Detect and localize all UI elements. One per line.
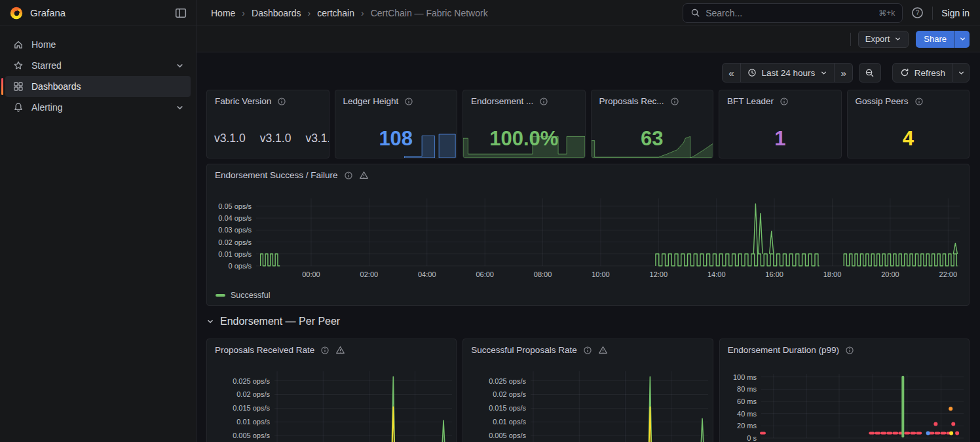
svg-text:04:00: 04:00 [418,270,436,278]
time-shift-forward-button[interactable]: » [834,63,852,83]
brand-label: Grafana [30,7,174,18]
breadcrumb: Home › Dashboards › certchain › CertChai… [211,8,488,18]
panel-title[interactable]: Fabric Version [207,90,329,112]
stat-value: v3.1.0 [214,132,246,145]
info-icon[interactable] [320,346,330,355]
sidebar-item-alerting[interactable]: Alerting [5,97,191,118]
info-icon[interactable] [404,97,413,106]
panel-title[interactable]: Ledger Height [335,90,457,112]
chevron-down-icon [958,69,965,77]
svg-text:0.015 ops/s: 0.015 ops/s [489,404,526,412]
chevron-right-icon: › [308,8,311,18]
refresh-interval-button[interactable] [952,63,970,83]
panel-title[interactable]: Endorsement ... [463,90,585,112]
svg-text:22:00: 22:00 [939,270,958,278]
info-icon[interactable] [277,97,286,106]
breadcrumb-folder[interactable]: certchain [317,8,354,18]
stat-value: 4 [848,119,970,158]
stat-value: 100.0% [463,119,585,158]
grafana-logo[interactable] [9,6,24,20]
svg-text:0 ops/s: 0 ops/s [229,262,252,270]
refresh-button[interactable]: Refresh [892,63,953,83]
panel-title-text: Gossip Peers [856,96,909,106]
svg-text:0.025 ops/s: 0.025 ops/s [233,377,270,385]
top-nav: Grafana Home › Dashboards › certchain › … [0,0,980,26]
panel-title[interactable]: BFT Leader [719,90,841,112]
refresh-label: Refresh [914,68,945,78]
time-range-picker[interactable]: Last 24 hours [740,63,835,83]
breadcrumb-dashboards[interactable]: Dashboards [252,8,301,18]
stat-values: v3.1.0 v3.1.0 v3.1.0 [214,119,330,158]
help-icon[interactable]: ? [911,7,924,19]
chevron-down-icon[interactable] [176,103,184,112]
sidebar-item-dashboards[interactable]: Dashboards [5,76,191,97]
share-button[interactable]: Share [916,31,954,48]
clock-icon [747,68,757,77]
chevron-right-icon: › [242,8,245,18]
warning-icon[interactable] [335,345,345,355]
sidebar-item-home[interactable]: Home [5,34,191,55]
search-input[interactable] [706,8,873,18]
panel-title[interactable]: Endorsement Duration (p99) [720,339,969,361]
share-button-group: Share [916,31,970,48]
sidebar-collapse-icon[interactable] [174,6,188,20]
info-icon[interactable] [344,171,353,180]
panel-title[interactable]: Proposals Received Rate [207,339,456,361]
svg-text:02:00: 02:00 [360,270,379,278]
panel-title[interactable]: Successful Proposals Rate [463,339,712,361]
svg-text:0.02 ops/s: 0.02 ops/s [493,390,527,398]
search-shortcut: ⌘+k [878,9,895,18]
panel-title[interactable]: Gossip Peers [848,90,970,112]
share-menu-button[interactable] [954,31,970,48]
stat-value: 108 [335,119,457,158]
warning-icon[interactable] [359,170,369,180]
stat-panel-proposals-received: Proposals Rec... 63 [591,90,714,158]
star-icon [13,60,24,71]
svg-text:0.03 ops/s: 0.03 ops/s [218,226,252,234]
export-label: Export [865,34,890,44]
chevron-down-icon[interactable] [176,62,184,70]
sidebar-item-starred[interactable]: Starred [5,55,191,76]
panel-title-text: BFT Leader [727,96,774,106]
zoom-out-icon [865,68,875,78]
svg-text:0 s: 0 s [747,434,757,442]
dashboard-actions-bar: Export Share [197,26,980,52]
svg-text:0.025 ops/s: 0.025 ops/s [489,377,526,385]
home-icon [13,39,24,50]
svg-text:06:00: 06:00 [476,270,494,278]
svg-text:00:00: 00:00 [302,270,320,278]
svg-text:16:00: 16:00 [765,270,783,278]
sign-in-button[interactable]: Sign in [941,8,970,18]
info-icon[interactable] [583,346,592,355]
stat-value: 1 [719,119,841,158]
info-icon[interactable] [780,97,789,106]
info-icon[interactable] [539,97,548,106]
zoom-out-button[interactable] [859,63,881,83]
sidebar-item-label: Alerting [31,102,62,113]
panel-title[interactable]: Proposals Rec... [592,90,713,112]
info-icon[interactable] [845,346,854,355]
breadcrumb-current-dashboard: CertChain — Fabric Network [371,8,488,18]
info-icon[interactable] [914,97,924,106]
panel-title-text: Proposals Received Rate [215,345,314,355]
panel-title-text: Fabric Version [215,96,271,106]
row-title: Endorsement — Per Peer [220,316,340,327]
share-label: Share [924,34,947,44]
legend-item-successful[interactable]: Successful [216,291,270,300]
info-icon[interactable] [670,97,679,106]
chevron-right-icon: › [361,8,364,18]
chevron-down-icon [820,69,827,77]
export-button[interactable]: Export [858,31,909,48]
warning-icon[interactable] [598,345,608,355]
svg-text:20:00: 20:00 [881,270,899,278]
svg-text:60 ms: 60 ms [737,397,757,405]
panel-title[interactable]: Endorsement Success / Failure [207,164,969,186]
time-range-label: Last 24 hours [762,68,816,78]
row-endorsement-per-peer[interactable]: Endorsement — Per Peer [206,316,340,327]
stat-value: v3.1.0 [305,132,329,145]
stat-panels-row: Fabric Version v3.1.0 v3.1.0 v3.1.0 Ledg… [206,90,970,158]
breadcrumb-home[interactable]: Home [211,8,235,18]
search-box[interactable]: ⌘+k [683,3,903,23]
chevron-down-icon [894,35,901,43]
time-shift-back-button[interactable]: « [722,63,740,83]
